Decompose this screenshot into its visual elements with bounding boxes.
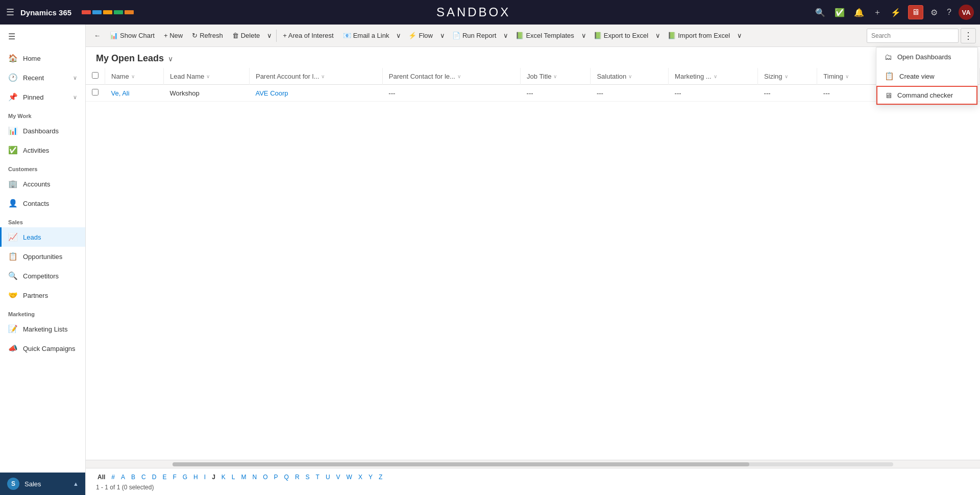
col-parent-contact[interactable]: Parent Contact for le... ∨ <box>382 68 520 85</box>
row-checkbox[interactable] <box>92 89 99 96</box>
alpha-nav-y[interactable]: Y <box>367 473 374 482</box>
show-chart-button[interactable]: 📊 Show Chart <box>106 29 159 42</box>
alpha-nav-c[interactable]: C <box>140 473 148 482</box>
export-excel-dropdown[interactable]: ∨ <box>653 29 663 42</box>
avatar[interactable]: VA <box>959 5 974 20</box>
notification-icon[interactable]: 🔔 <box>852 6 866 19</box>
help-icon[interactable]: ? <box>945 6 953 19</box>
col-name[interactable]: Name ∨ <box>105 68 164 85</box>
alpha-nav-p[interactable]: P <box>273 473 280 482</box>
email-dropdown[interactable]: ∨ <box>394 29 403 42</box>
debug-icon[interactable]: 🖥 <box>908 5 923 19</box>
alpha-nav-j[interactable]: J <box>210 473 217 482</box>
search-icon[interactable]: 🔍 <box>813 6 827 19</box>
alpha-nav-s[interactable]: S <box>304 473 311 482</box>
sidebar-item-dashboards[interactable]: 📊 Dashboards <box>0 121 85 140</box>
sidebar-item-quick-campaigns[interactable]: 📣 Quick Campaigns <box>0 339 85 358</box>
import-excel-dropdown[interactable]: ∨ <box>735 29 744 42</box>
alpha-nav-z[interactable]: Z <box>377 473 384 482</box>
sidebar-hamburger[interactable]: ☰ <box>0 25 85 49</box>
sidebar-item-competitors[interactable]: 🔍 Competitors <box>0 266 85 286</box>
export-excel-button[interactable]: 📗 Export to Excel <box>590 29 652 42</box>
hamburger-icon[interactable]: ☰ <box>6 7 14 18</box>
alpha-nav-v[interactable]: V <box>335 473 342 482</box>
sidebar-item-opportunities[interactable]: 📋 Opportunities <box>0 247 85 266</box>
col-parent-account-sort-icon: ∨ <box>321 74 325 79</box>
sidebar-item-marketing-lists[interactable]: 📝 Marketing Lists <box>0 319 85 339</box>
alpha-nav-all[interactable]: All <box>96 473 107 482</box>
alpha-nav-a[interactable]: A <box>119 473 127 482</box>
sidebar-item-pinned[interactable]: 📌 Pinned ∨ <box>0 87 85 107</box>
add-icon[interactable]: ＋ <box>871 5 884 20</box>
alpha-nav-hash[interactable]: # <box>110 473 116 482</box>
import-excel-button[interactable]: 📗 Import from Excel <box>664 29 734 42</box>
alpha-nav-u[interactable]: U <box>324 473 332 482</box>
sidebar-bottom-bar[interactable]: S Sales ▲ <box>0 473 86 495</box>
sidebar-item-contacts[interactable]: 👤 Contacts <box>0 194 85 213</box>
email-link-button[interactable]: 📧 Email a Link <box>339 29 394 42</box>
alpha-nav-h[interactable]: H <box>192 473 200 482</box>
col-lead-name[interactable]: Lead Name ∨ <box>164 68 250 85</box>
alpha-nav-x[interactable]: X <box>357 473 364 482</box>
col-job-title[interactable]: Job Title ∨ <box>521 68 591 85</box>
sidebar-item-activities[interactable]: ✅ Activities <box>0 140 85 160</box>
col-marketing[interactable]: Marketing ... ∨ <box>669 68 758 85</box>
view-title-dropdown-icon[interactable]: ∨ <box>168 55 173 63</box>
alpha-nav-q[interactable]: Q <box>283 473 290 482</box>
alpha-nav-n[interactable]: N <box>251 473 259 482</box>
row-checkbox-cell[interactable] <box>86 85 105 102</box>
back-button[interactable]: ← <box>90 29 105 42</box>
sidebar-item-accounts[interactable]: 🏢 Accounts <box>0 174 85 194</box>
flow-button[interactable]: ⚡ Flow <box>404 29 436 42</box>
run-report-button[interactable]: 📄 Run Report <box>448 29 500 42</box>
more-options-button[interactable]: ⋮ <box>961 28 976 43</box>
search-input[interactable] <box>867 29 959 43</box>
menu-item-create-view[interactable]: 📋 Create view <box>876 66 977 86</box>
alpha-nav-k[interactable]: K <box>220 473 227 482</box>
row-name-cell[interactable]: Ve, Ali <box>105 85 164 102</box>
run-report-dropdown[interactable]: ∨ <box>501 29 510 42</box>
alpha-nav-t[interactable]: T <box>314 473 321 482</box>
refresh-button[interactable]: ↻ Refresh <box>188 29 227 42</box>
sidebar-accounts-label: Accounts <box>23 180 50 188</box>
filter-icon[interactable]: ⚡ <box>889 6 903 19</box>
alpha-nav-i[interactable]: I <box>203 473 207 482</box>
sidebar-item-partners[interactable]: 🤝 Partners <box>0 286 85 305</box>
alpha-nav-e[interactable]: E <box>161 473 168 482</box>
export-icon: 📗 <box>594 32 602 39</box>
alpha-nav-d[interactable]: D <box>151 473 158 482</box>
col-salutation[interactable]: Salutation ∨ <box>591 68 669 85</box>
delete-dropdown[interactable]: ∨ <box>265 29 274 42</box>
alpha-nav-g[interactable]: G <box>181 473 189 482</box>
row-salutation-cell: --- <box>591 85 669 102</box>
flow-dropdown[interactable]: ∨ <box>438 29 447 42</box>
sidebar-item-recent[interactable]: 🕐 Recent ∨ <box>0 68 85 87</box>
select-all-header[interactable] <box>86 68 105 85</box>
alpha-nav-l[interactable]: L <box>230 473 237 482</box>
col-parent-account[interactable]: Parent Account for l... ∨ <box>249 68 382 85</box>
excel-templates-button[interactable]: 📗 Excel Templates <box>511 29 578 42</box>
alpha-nav-f[interactable]: F <box>171 473 178 482</box>
delete-button[interactable]: 🗑 Delete <box>228 29 264 42</box>
sidebar-item-home[interactable]: 🏠 Home <box>0 49 85 68</box>
horizontal-scrollbar[interactable] <box>173 462 893 466</box>
task-icon[interactable]: ✅ <box>832 6 847 19</box>
alpha-nav-m[interactable]: M <box>240 473 248 482</box>
menu-item-command-checker[interactable]: 🖥 Command checker <box>876 86 977 105</box>
excel-templates-dropdown[interactable]: ∨ <box>579 29 589 42</box>
select-all-checkbox[interactable] <box>92 72 99 79</box>
alpha-nav-w[interactable]: W <box>345 473 354 482</box>
alpha-nav-b[interactable]: B <box>130 473 137 482</box>
row-parent-account-cell[interactable]: AVE Coorp <box>249 85 382 102</box>
horizontal-scrollbar-thumb[interactable] <box>173 462 749 466</box>
col-timing[interactable]: Timing ∨ <box>817 68 879 85</box>
alpha-nav-r[interactable]: R <box>293 473 301 482</box>
area-of-interest-button[interactable]: + Area of Interest <box>279 29 337 42</box>
alpha-nav-o[interactable]: O <box>261 473 269 482</box>
settings-icon[interactable]: ⚙ <box>928 6 940 19</box>
marketing-lists-icon: 📝 <box>8 324 18 334</box>
menu-item-open-dashboards[interactable]: 🗂 Open Dashboards <box>876 48 977 66</box>
new-button[interactable]: + New <box>160 29 187 42</box>
col-sizing[interactable]: Sizing ∨ <box>758 68 817 85</box>
sidebar-item-leads[interactable]: 📈 Leads <box>0 227 85 247</box>
